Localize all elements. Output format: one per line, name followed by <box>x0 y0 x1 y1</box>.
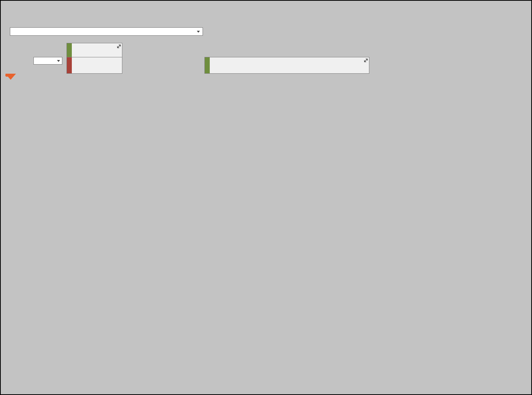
tax-column-highlight <box>5 74 8 77</box>
scenario-row <box>5 27 527 36</box>
planning-horizon <box>6 57 62 65</box>
table-preheader <box>5 42 527 74</box>
scenario-select[interactable] <box>10 27 203 36</box>
planning-horizon-select[interactable] <box>33 57 62 65</box>
ba-color-bar <box>67 57 72 73</box>
pointer-arrow-head <box>5 74 16 80</box>
pointer-arrow <box>5 74 16 80</box>
expand-icon[interactable] <box>117 44 121 49</box>
accounts-group-label <box>72 43 122 57</box>
app-window <box>0 0 532 395</box>
accounts-group-header <box>66 43 122 57</box>
incomes-group-header <box>204 57 369 74</box>
chevron-down-icon <box>197 31 200 33</box>
planning-table-zone <box>5 42 527 74</box>
account-ba-header <box>66 57 122 74</box>
accounts-color-bar <box>67 43 72 57</box>
incomes-group-label <box>210 57 369 73</box>
ba-label <box>72 57 122 73</box>
expand-icon[interactable] <box>364 58 368 63</box>
incomes-color-bar <box>205 57 210 73</box>
chevron-down-icon <box>57 60 60 62</box>
